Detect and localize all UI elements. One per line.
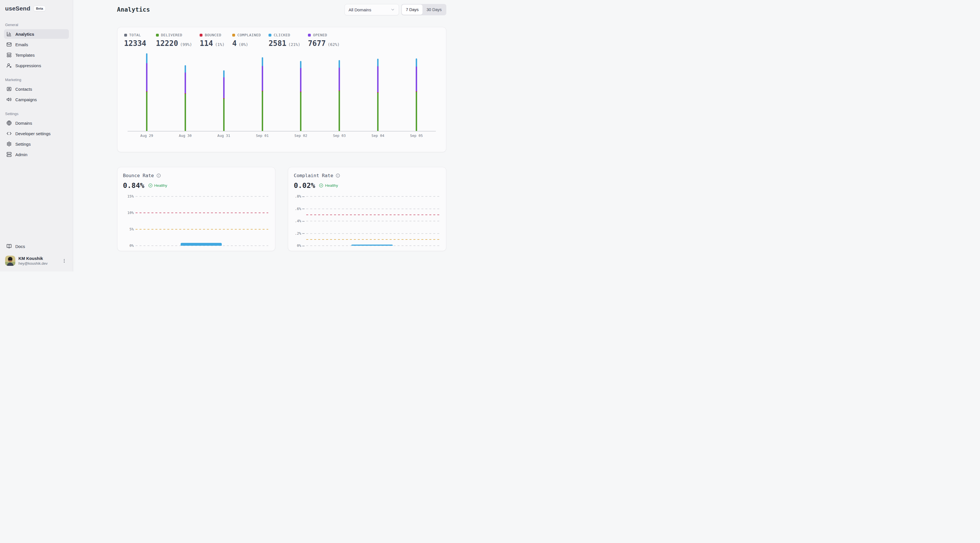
bounce-rate-card: Bounce Rate 0.84% Healthy 15%10%5%0% (117, 167, 275, 251)
y-tick-label: 5% (129, 227, 134, 231)
legend-dot (232, 34, 235, 37)
date-range-toggle: 7 Days30 Days (401, 4, 446, 15)
stacked-bar (262, 57, 263, 131)
sidebar-item-label: Admin (15, 152, 27, 157)
stacked-bar-chart (127, 49, 436, 131)
sidebar-item-developer-settings[interactable]: Developer settings (4, 129, 69, 138)
x-axis-line (127, 131, 436, 132)
stat-label: COMPLAINED (237, 33, 261, 37)
x-axis-label: Sep 05 (397, 133, 436, 138)
stat-percent: (1%) (215, 42, 224, 47)
grid-area (135, 192, 269, 249)
y-tick-label: 0% (129, 243, 134, 248)
y-tick-label: .2% (294, 231, 305, 235)
stat-delivered: DELIVERED 12220 (99%) (156, 33, 192, 48)
check-circle-icon (148, 183, 153, 187)
gridline (135, 229, 269, 230)
layout-panel-icon (6, 52, 12, 57)
sidebar-item-templates[interactable]: Templates (4, 50, 69, 60)
sidebar-item-label: Campaigns (15, 97, 37, 102)
tick-mark (302, 221, 305, 222)
stat-bounced: BOUNCED 114 (1%) (200, 33, 224, 48)
bar-column (282, 49, 320, 131)
stat-value: 114 (200, 39, 213, 48)
sidebar-item-label: Settings (15, 142, 30, 146)
sidebar-item-label: Templates (15, 53, 35, 57)
stacked-bar (146, 53, 148, 131)
sidebar-item-domains[interactable]: Domains (4, 118, 69, 128)
stat-value: 12220 (156, 39, 178, 48)
stat-label: DELIVERED (161, 33, 182, 37)
user-email: hey@koushik.dev (18, 261, 57, 265)
rate-bar (352, 245, 393, 246)
sidebar-item-emails[interactable]: Emails (4, 40, 69, 49)
sidebar-item-admin[interactable]: Admin (4, 150, 69, 159)
bar-segment-delivered (223, 98, 224, 131)
bar-segment-clicked (146, 53, 148, 63)
x-axis-label: Sep 02 (282, 133, 320, 138)
legend-dot (124, 34, 127, 37)
complaint-rate-title: Complaint Rate (294, 173, 333, 178)
stat-label: CLICKED (274, 33, 290, 37)
stat-opened: OPENED 7677 (62%) (308, 33, 340, 48)
stacked-bar (377, 59, 379, 131)
threshold-line (306, 239, 439, 240)
range-option-7-days[interactable]: 7 Days (402, 5, 423, 15)
y-axis-labels: .8%.6%.4%.2%0% (293, 192, 306, 249)
info-icon[interactable] (156, 173, 161, 178)
avatar (5, 256, 15, 266)
stacked-bar (300, 61, 301, 131)
stat-value: 4 (232, 39, 237, 48)
sidebar-item-label: Emails (15, 42, 28, 47)
stat-clicked: CLICKED 2581 (21%) (269, 33, 300, 48)
sidebar-item-analytics[interactable]: Analytics (4, 29, 69, 39)
domain-filter-select[interactable]: All Domains (345, 4, 399, 15)
y-tick-label: .6% (294, 206, 305, 211)
threshold-line (306, 214, 439, 215)
sidebar-item-campaigns[interactable]: Campaigns (4, 95, 69, 104)
x-axis-label: Aug 30 (166, 133, 204, 138)
legend-dot (156, 34, 159, 37)
user-menu-dots-icon[interactable] (61, 257, 68, 264)
book-open-icon (6, 244, 12, 249)
stat-value: 12334 (124, 39, 146, 48)
stat-percent: (62%) (328, 42, 340, 47)
bar-segment-clicked (377, 59, 379, 66)
gridline (306, 221, 439, 221)
rate-bar (181, 243, 222, 246)
brand: useSend Beta (4, 5, 69, 13)
info-icon[interactable] (336, 173, 340, 178)
user-x-icon (6, 63, 12, 68)
bounce-rate-title: Bounce Rate (123, 173, 154, 178)
gridline (306, 196, 439, 197)
bounce-status-badge: Healthy (148, 183, 167, 187)
gridline (306, 233, 439, 234)
complaint-status-label: Healthy (325, 183, 338, 187)
x-axis-label: Sep 03 (320, 133, 359, 138)
y-tick-label: 0% (297, 243, 305, 248)
stat-label: BOUNCED (205, 33, 221, 37)
beta-badge: Beta (33, 6, 46, 11)
x-axis-label: Aug 29 (127, 133, 166, 138)
page-title: Analytics (117, 6, 150, 13)
gridline (135, 196, 269, 197)
chevron-down-icon (390, 7, 395, 12)
sidebar-item-settings[interactable]: Settings (4, 139, 69, 149)
bar-chart-icon (6, 32, 12, 37)
bar-segment-delivered (339, 91, 340, 131)
complaint-rate-value: 0.02% (294, 181, 315, 190)
y-axis-labels: 15%10%5%0% (123, 192, 135, 249)
x-axis-labels: Aug 29Aug 30Aug 31Sep 01Sep 02Sep 03Sep … (127, 133, 436, 138)
sidebar-item-label: Domains (15, 121, 32, 125)
bounce-rate-value: 0.84% (123, 181, 144, 190)
sidebar-item-suppressions[interactable]: Suppressions (4, 60, 69, 70)
sidebar-item-contacts[interactable]: Contacts (4, 84, 69, 94)
sidebar-item-docs[interactable]: Docs (4, 241, 69, 251)
bar-segment-opened (146, 63, 148, 91)
domain-filter-value: All Domains (348, 7, 371, 12)
stat-label: OPENED (313, 33, 327, 37)
code-icon (6, 131, 12, 136)
user-row[interactable]: KM Koushik hey@koushik.dev (4, 255, 69, 267)
range-option-30-days[interactable]: 30 Days (423, 5, 445, 15)
bar-segment-opened (377, 66, 379, 92)
